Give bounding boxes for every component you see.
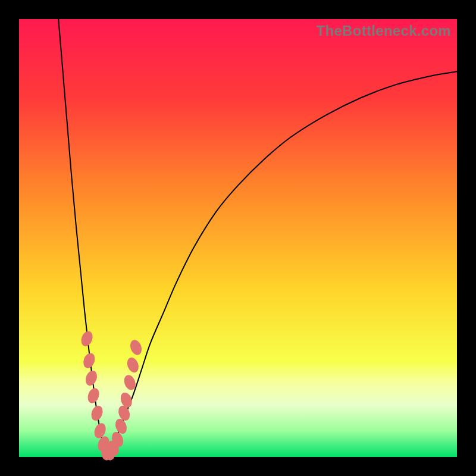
curve-layer bbox=[19, 19, 457, 457]
data-marker bbox=[84, 369, 99, 387]
outer-frame: TheBottleneck.com bbox=[0, 0, 476, 476]
right-branch-curve bbox=[107, 71, 457, 457]
data-marker bbox=[125, 356, 140, 374]
data-marker bbox=[82, 352, 97, 370]
data-marker bbox=[79, 330, 95, 348]
plot-area: TheBottleneck.com bbox=[19, 19, 457, 457]
left-branch-curve bbox=[58, 19, 107, 457]
data-marker bbox=[89, 404, 105, 422]
data-marker bbox=[86, 387, 101, 405]
data-marker bbox=[129, 339, 144, 357]
